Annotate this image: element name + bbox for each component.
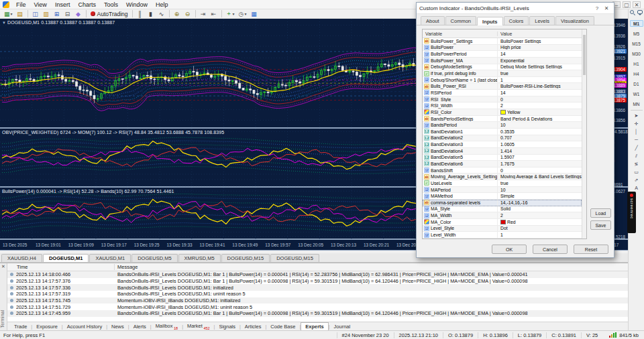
param-row[interactable]: abBandsPeriodSettingsBand Period & Devia…: [423, 116, 582, 123]
dialog-tab-visualization[interactable]: Visualization: [555, 16, 594, 25]
param-row[interactable]: MA_ColorRed: [423, 219, 582, 226]
log-row[interactable]: 2025.12.13 14:18:00.466BandsOnBulls-iRSI…: [7, 271, 638, 278]
screen-recorder-badge[interactable]: screenrec: [627, 192, 636, 233]
param-value[interactable]: 10: [498, 123, 582, 127]
param-row[interactable]: 1.2BandDeviation31.0605: [423, 141, 582, 148]
param-value[interactable]: 1: [498, 232, 582, 237]
log-row[interactable]: 2025.12.13 14:17:57.376BandsOnBulls-iRSI…: [7, 278, 638, 285]
param-row[interactable]: 12Level_StyleDot: [423, 226, 582, 232]
timeframe-m30[interactable]: M30: [630, 50, 643, 57]
log-row[interactable]: 2025.12.13 14:17:45.959BandsOnBulls-iRSI…: [7, 310, 638, 317]
line-chart-button[interactable]: ∿: [157, 10, 166, 18]
chart-tab-5[interactable]: DOGEUSD,M15: [221, 254, 270, 262]
search-icon[interactable]: [630, 10, 636, 16]
dialog-tab-common[interactable]: Common: [445, 16, 476, 25]
chart-tab-3[interactable]: DOGEUSD,M5: [131, 254, 177, 262]
timeframe-w1[interactable]: W1: [630, 90, 643, 97]
horizontal-line-tool[interactable]: ─: [631, 137, 643, 143]
terminal-tab-trade[interactable]: Trade: [10, 323, 31, 330]
param-value[interactable]: BullsPower-RSI-Line-Settings: [498, 84, 582, 88]
restore-button[interactable]: ▢: [623, 1, 631, 8]
chart-tab-6[interactable]: DOGEUSD,M15: [270, 254, 319, 262]
timeframe-m5[interactable]: M5: [630, 30, 643, 37]
param-row[interactable]: ✓UseLevelstrue: [423, 180, 582, 187]
cancel-button[interactable]: Cancel: [533, 245, 568, 254]
ok-button[interactable]: OK: [492, 245, 527, 254]
log-col-message[interactable]: Message: [115, 264, 638, 270]
terminal-tab-code-base[interactable]: Code Base: [266, 323, 299, 330]
chart-tab-0[interactable]: XAUUSD,H4: [1, 254, 42, 262]
log-row[interactable]: 2025.12.13 14:17:57.336BandsOnBulls-iRSI…: [7, 284, 638, 291]
log-table-header[interactable]: Time Message: [7, 263, 638, 271]
param-value[interactable]: Yellow: [498, 110, 582, 115]
dialog-tab-inputs[interactable]: Inputs: [477, 17, 503, 25]
menu-tools[interactable]: Tools: [100, 1, 122, 9]
param-row[interactable]: 1.2BandDeviation51.5907: [423, 155, 582, 161]
log-row[interactable]: 2025.12.13 14:17:51.745Momentum-iOBV-iRS…: [7, 297, 638, 304]
param-value[interactable]: 0: [498, 168, 582, 173]
terminal-button[interactable]: ⊟: [63, 10, 72, 18]
param-value[interactable]: 2: [498, 103, 582, 108]
param-scrollbar[interactable]: [582, 29, 586, 239]
market-watch-button[interactable]: ◫: [31, 10, 40, 18]
param-value[interactable]: 0: [498, 97, 582, 102]
crosshair-tool[interactable]: ✛: [631, 121, 643, 127]
trendline-tool[interactable]: ╱: [631, 145, 643, 151]
param-value[interactable]: Debug Mode Settings Settings: [498, 64, 582, 69]
param-row[interactable]: abBulls_Power_RSIBullsPower-RSI-Line-Set…: [423, 83, 582, 90]
menu-window[interactable]: Window: [122, 1, 152, 9]
menu-charts[interactable]: Charts: [74, 1, 100, 9]
param-value[interactable]: Moving Average & Band Levels Settings: [498, 174, 582, 179]
timeframe-m15[interactable]: M15: [630, 40, 643, 47]
param-value[interactable]: BullsPower Settings: [498, 39, 582, 44]
param-row[interactable]: RSI_ColorYellow: [423, 109, 582, 116]
dialog-tab-colors[interactable]: Colors: [504, 16, 529, 25]
terminal-tab-exposure[interactable]: Exposure: [32, 323, 62, 330]
param-row[interactable]: 12MAPeriod10: [423, 187, 582, 194]
param-row[interactable]: 12MAMethodSimple: [423, 193, 582, 200]
param-row[interactable]: 12Debug/ShortName = 1 (last closed bar)1: [423, 77, 582, 84]
param-row[interactable]: 1.2BandDeviation20.707: [423, 135, 582, 142]
param-value[interactable]: Simple: [498, 194, 582, 198]
param-row[interactable]: 12Level_Width1: [423, 232, 582, 239]
param-value[interactable]: 0.707: [498, 135, 582, 140]
param-value[interactable]: 1.5907: [498, 155, 582, 159]
param-table-header[interactable]: Variable Value: [423, 29, 582, 38]
terminal-tab-news[interactable]: News: [107, 323, 128, 330]
param-value[interactable]: 10: [498, 188, 582, 192]
terminal-tab-articles[interactable]: Articles: [241, 323, 266, 330]
profiles-button[interactable]: ▤: [15, 10, 25, 18]
param-value[interactable]: Solid: [498, 206, 582, 211]
dialog-close-button[interactable]: ✕: [602, 5, 611, 11]
strategy-tester-button[interactable]: ◆: [74, 10, 83, 18]
param-value[interactable]: 14,-14,16,-16: [498, 200, 582, 205]
terminal-close-icon[interactable]: ✕: [1, 264, 5, 269]
zoom-out-button[interactable]: ⊖: [183, 10, 193, 18]
log-row[interactable]: 2025.12.13 14:17:57.319BandsOnBulls-iRSI…: [7, 291, 638, 297]
terminal-tab-account-history[interactable]: Account History: [63, 323, 107, 330]
timeframe-d1[interactable]: D1: [630, 80, 643, 87]
param-value[interactable]: 1: [498, 78, 582, 82]
vertical-line-tool[interactable]: │: [631, 129, 643, 135]
templates-button[interactable]: ▦: [249, 10, 258, 18]
shapes-tool[interactable]: ▭: [631, 169, 643, 176]
chart-tab-4[interactable]: XMRUSD,M5: [178, 254, 221, 262]
dialog-tab-about[interactable]: About: [421, 16, 445, 25]
bar-chart-button[interactable]: ║: [136, 10, 145, 18]
channel-tool[interactable]: ⫽: [631, 153, 643, 159]
timeframe-m1[interactable]: M1: [630, 20, 643, 27]
param-row[interactable]: abBullsPower_SettingsBullsPower Settings: [423, 38, 582, 45]
terminal-tab-experts[interactable]: Experts: [301, 322, 329, 330]
param-row[interactable]: 12BullsPowerPeriod14: [423, 51, 582, 58]
text-tool[interactable]: A: [631, 185, 643, 192]
param-row[interactable]: 12MA_Width2: [423, 212, 582, 219]
close-button[interactable]: ✕: [633, 1, 641, 8]
navigator-button[interactable]: ⊞: [52, 10, 62, 18]
param-value[interactable]: Dot: [498, 226, 582, 230]
param-value[interactable]: Red: [498, 220, 582, 224]
param-value[interactable]: 14: [498, 90, 582, 95]
param-row[interactable]: 12BullsPowerHigh price: [423, 45, 582, 52]
menu-help[interactable]: Help: [152, 1, 172, 9]
auto-scroll-button[interactable]: ⇤: [209, 10, 219, 18]
candlestick-button[interactable]: ▮: [146, 10, 156, 18]
